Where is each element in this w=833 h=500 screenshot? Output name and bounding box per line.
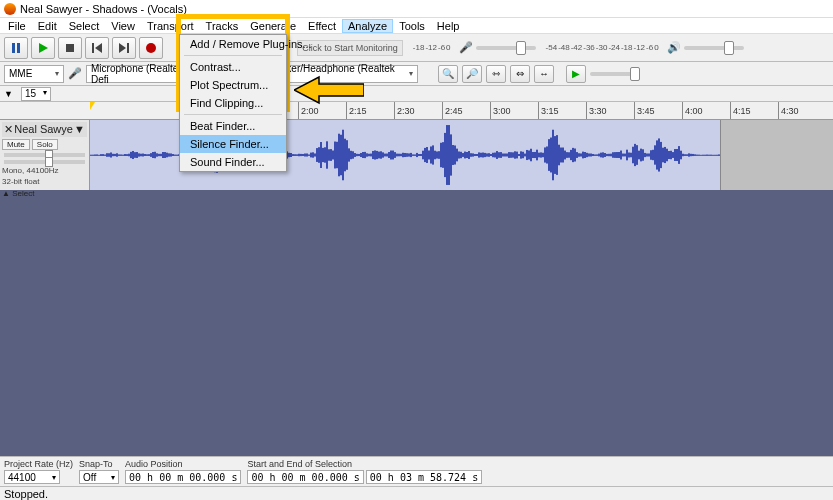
menu-item-add-remove-plug-ins[interactable]: Add / Remove Plug-ins... bbox=[180, 35, 286, 53]
svg-rect-309 bbox=[688, 153, 690, 156]
menu-effect[interactable]: Effect bbox=[302, 19, 342, 33]
svg-rect-215 bbox=[500, 152, 502, 158]
track-menu-chevron[interactable]: ▼ bbox=[74, 123, 85, 136]
svg-rect-255 bbox=[580, 153, 582, 156]
stop-button[interactable] bbox=[58, 37, 82, 59]
svg-rect-150 bbox=[370, 154, 372, 157]
svg-rect-157 bbox=[384, 154, 386, 157]
svg-rect-198 bbox=[466, 152, 468, 158]
svg-rect-163 bbox=[396, 154, 398, 157]
menu-analyze[interactable]: Analyze bbox=[342, 19, 393, 33]
svg-rect-15 bbox=[100, 154, 102, 156]
menu-file[interactable]: File bbox=[2, 19, 32, 33]
svg-rect-238 bbox=[546, 146, 548, 163]
play-at-speed-button[interactable]: ▶ bbox=[566, 65, 586, 83]
fit-project-button[interactable]: ⇔ bbox=[510, 65, 530, 83]
svg-rect-205 bbox=[480, 153, 482, 157]
svg-rect-114 bbox=[298, 154, 300, 156]
audio-host-combo[interactable]: MME bbox=[4, 65, 64, 83]
chevron-down-icon[interactable]: ▼ bbox=[4, 89, 13, 99]
svg-rect-245 bbox=[560, 148, 562, 163]
playback-speed-slider[interactable] bbox=[590, 72, 640, 76]
selection-bar: ▼ 15 bbox=[0, 86, 833, 102]
input-gain-slider[interactable] bbox=[476, 46, 536, 50]
click-monitor-text[interactable]: Click to Start Monitoring bbox=[297, 40, 403, 56]
svg-rect-154 bbox=[378, 152, 380, 159]
zoom-in-button[interactable]: 🔍 bbox=[438, 65, 458, 83]
svg-rect-204 bbox=[478, 152, 480, 157]
play-button[interactable] bbox=[31, 37, 55, 59]
solo-button[interactable]: Solo bbox=[32, 139, 58, 150]
svg-rect-202 bbox=[474, 154, 476, 156]
svg-rect-43 bbox=[156, 153, 158, 156]
skip-end-button[interactable] bbox=[112, 37, 136, 59]
timeline-tick: 2:30 bbox=[394, 102, 415, 119]
svg-rect-269 bbox=[608, 154, 610, 156]
menu-tracks[interactable]: Tracks bbox=[200, 19, 245, 33]
svg-rect-251 bbox=[572, 148, 574, 162]
menu-transport[interactable]: Transport bbox=[141, 19, 200, 33]
svg-rect-284 bbox=[638, 151, 640, 160]
track-collapse-button[interactable]: ▲ Select bbox=[2, 189, 87, 198]
menu-help[interactable]: Help bbox=[431, 19, 466, 33]
skip-start-button[interactable] bbox=[85, 37, 109, 59]
audio-position-field[interactable]: 00 h 00 m 00.000 s bbox=[125, 470, 241, 484]
menu-item-silence-finder[interactable]: Silence Finder... bbox=[180, 135, 286, 153]
menu-item-find-clipping[interactable]: Find Clipping... bbox=[180, 94, 286, 112]
zoom-out-button[interactable]: 🔎 bbox=[462, 65, 482, 83]
zoom-toggle-button[interactable]: ↔ bbox=[534, 65, 554, 83]
pause-button[interactable] bbox=[4, 37, 28, 59]
mute-button[interactable]: Mute bbox=[2, 139, 30, 150]
svg-rect-176 bbox=[422, 151, 424, 160]
svg-rect-125 bbox=[320, 142, 322, 168]
svg-rect-137 bbox=[344, 139, 346, 172]
svg-rect-26 bbox=[122, 155, 124, 156]
menu-select[interactable]: Select bbox=[63, 19, 106, 33]
svg-rect-233 bbox=[536, 150, 538, 161]
menu-view[interactable]: View bbox=[105, 19, 141, 33]
timeline-tick: 2:15 bbox=[346, 102, 367, 119]
menu-edit[interactable]: Edit bbox=[32, 19, 63, 33]
svg-rect-161 bbox=[392, 151, 394, 160]
svg-rect-292 bbox=[654, 145, 656, 164]
svg-rect-241 bbox=[552, 130, 554, 181]
menu-item-plot-spectrum[interactable]: Plot Spectrum... bbox=[180, 76, 286, 94]
menu-item-beat-finder[interactable]: Beat Finder... bbox=[180, 117, 286, 135]
svg-rect-51 bbox=[172, 154, 174, 156]
track-close-button[interactable]: ✕ bbox=[4, 123, 13, 136]
svg-rect-112 bbox=[294, 154, 296, 156]
svg-rect-216 bbox=[502, 154, 504, 157]
svg-rect-23 bbox=[116, 153, 118, 156]
menu-item-sound-finder[interactable]: Sound Finder... bbox=[180, 153, 286, 171]
fit-selection-button[interactable]: ⇿ bbox=[486, 65, 506, 83]
selection-end-field[interactable]: 00 h 03 m 58.724 s bbox=[366, 470, 482, 484]
playhead-marker[interactable] bbox=[90, 102, 95, 110]
selection-value[interactable]: 15 bbox=[21, 87, 51, 101]
track-control-panel[interactable]: ✕Neal Sawye▼ Mute Solo Mono, 44100Hz 32-… bbox=[0, 120, 90, 190]
track-pan-slider[interactable] bbox=[4, 160, 85, 164]
menu-tools[interactable]: Tools bbox=[393, 19, 431, 33]
record-button[interactable] bbox=[139, 37, 163, 59]
svg-rect-188 bbox=[446, 125, 448, 185]
svg-rect-162 bbox=[394, 152, 396, 158]
svg-rect-173 bbox=[416, 153, 418, 157]
selection-start-field[interactable]: 00 h 00 m 00.000 s bbox=[247, 470, 363, 484]
snap-to-combo[interactable]: Off bbox=[79, 470, 119, 484]
output-gain-slider[interactable] bbox=[684, 46, 744, 50]
menu-generate[interactable]: Generate bbox=[244, 19, 302, 33]
svg-rect-258 bbox=[586, 153, 588, 157]
menu-item-contrast[interactable]: Contrast... bbox=[180, 58, 286, 76]
svg-rect-20 bbox=[110, 152, 112, 157]
empty-tracks-area[interactable] bbox=[0, 190, 833, 488]
svg-rect-304 bbox=[678, 146, 680, 164]
svg-rect-149 bbox=[368, 154, 370, 157]
svg-rect-281 bbox=[632, 147, 634, 164]
svg-rect-298 bbox=[666, 149, 668, 162]
svg-rect-222 bbox=[514, 151, 516, 158]
track-name[interactable]: Neal Sawye bbox=[14, 123, 73, 136]
svg-rect-21 bbox=[112, 154, 114, 156]
svg-rect-224 bbox=[518, 154, 520, 156]
svg-rect-257 bbox=[584, 152, 586, 158]
project-rate-combo[interactable]: 44100 bbox=[4, 470, 60, 484]
svg-rect-301 bbox=[672, 152, 674, 158]
